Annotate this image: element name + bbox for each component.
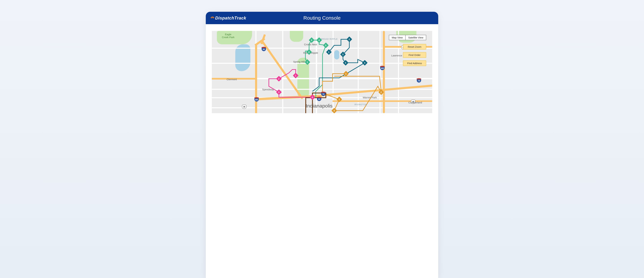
brand-text: DispatchTrack [215, 16, 246, 21]
reset-zoom-button[interactable]: Reset Zoom [403, 44, 426, 50]
park-area [290, 31, 303, 42]
stop-marker-teal-3[interactable]: 3 [340, 52, 346, 57]
shield-us36w: 36 [242, 105, 246, 109]
road [212, 63, 432, 64]
wifi-icon [210, 16, 214, 19]
label-warren-park: Warren Park [363, 96, 377, 99]
label-lawrence: Lawrence [391, 54, 402, 57]
hwy-i70e [321, 84, 432, 96]
stop-marker-teal-1[interactable]: 1 [326, 49, 332, 55]
stop-marker-pink-3[interactable]: 3 [276, 89, 282, 95]
brand-logo: DispatchTrack [210, 16, 246, 21]
shield-i65c: 65 [317, 97, 322, 101]
shield-i70e: 70 [416, 78, 422, 83]
header-bar: DispatchTrack Routing Console [206, 12, 438, 24]
label-broad-ripple: BROAD RIPPLE [321, 38, 338, 40]
app-window: DispatchTrack Routing Console [206, 12, 438, 278]
stop-marker-teal-5[interactable]: 5 [343, 60, 348, 66]
map-view-button[interactable]: Map View [389, 35, 406, 40]
view-toggle: Map View Satellite View [389, 35, 426, 40]
map-actions: Reset Zoom Find Order Find Address [403, 44, 426, 66]
stop-marker-green-3[interactable]: 3 [309, 37, 314, 43]
map-canvas[interactable]: 65 465 465 70 65 70 36 36 [212, 31, 432, 113]
stop-marker-teal-4[interactable]: 4 [362, 60, 368, 66]
satellite-view-button[interactable]: Satellite View [406, 35, 426, 40]
label-indianapolis: Indianapolis [306, 103, 332, 109]
find-order-button[interactable]: Find Order [403, 52, 426, 58]
page-title: Routing Console [304, 15, 340, 21]
road [212, 48, 432, 49]
road [212, 97, 432, 98]
shield-i70c: 70 [321, 92, 326, 96]
label-cumberland: Cumberland [408, 101, 422, 104]
shield-i465e: 465 [380, 66, 385, 70]
label-speedway: Speedway [262, 88, 274, 91]
stop-marker-orange-1[interactable]: 1 [343, 71, 349, 77]
label-spring-hill: Spring Hill [293, 60, 304, 63]
stop-marker-green-5[interactable]: 5 [323, 43, 329, 48]
label-crows-nest: Crows Nest [304, 43, 317, 46]
label-clermont: Clermont [226, 78, 237, 81]
pond [334, 50, 339, 59]
stop-marker-pink-2[interactable]: 2 [276, 76, 282, 82]
shield-i465w: 465 [254, 97, 259, 102]
shield-i65: 65 [261, 47, 266, 51]
map-container: 65 465 465 70 65 70 36 36 [206, 24, 438, 113]
label-irvington: IRVINGTON [354, 103, 367, 106]
find-address-button[interactable]: Find Address [403, 61, 426, 66]
stop-marker-teal-2[interactable]: 2 [346, 37, 352, 42]
label-eagle-creek: Eagle Creek Park [222, 33, 234, 39]
